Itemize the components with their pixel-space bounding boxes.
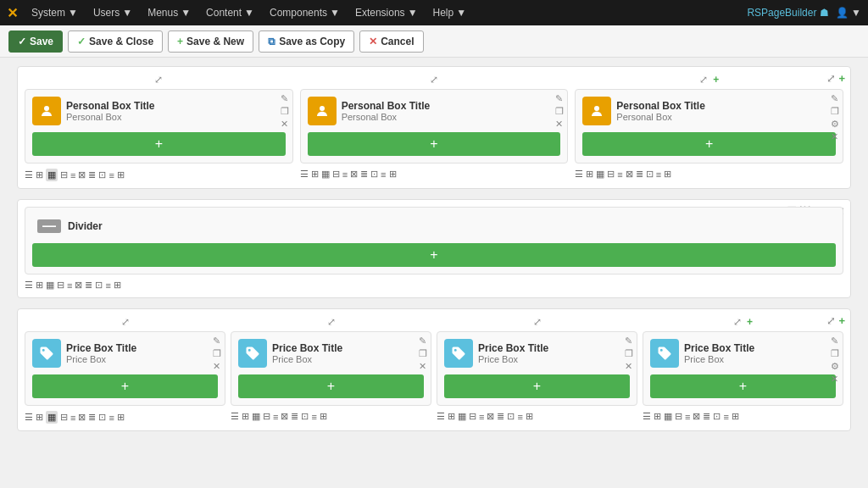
add-button-2[interactable]: + xyxy=(32,243,836,267)
x-icon[interactable]: ✕ xyxy=(213,361,221,372)
price-icon-2 xyxy=(238,339,267,368)
add-button-3-3[interactable]: + xyxy=(444,374,630,398)
personal-box-1-header: Personal Box Title Personal Box xyxy=(32,97,286,125)
joomla-logo: ✕ xyxy=(7,5,18,21)
add-col-icon[interactable]: + xyxy=(838,314,845,327)
divider-item: — Divider xyxy=(32,214,836,238)
col-1-3: ⤢ + ✎ ❐ ⚙ ✕ Personal Bo xyxy=(575,74,843,181)
x-icon[interactable]: ✕ xyxy=(625,361,633,372)
nav-content[interactable]: Content ▼ xyxy=(199,3,261,22)
add-col-icon[interactable]: + xyxy=(838,72,845,85)
gear-icon[interactable]: ⚙ xyxy=(831,361,839,372)
nav-system[interactable]: System ▼ xyxy=(25,3,85,22)
personal-box-1-title: Personal Box Title xyxy=(66,100,154,112)
pencil-icon[interactable]: ✎ xyxy=(831,93,839,104)
x-icon[interactable]: ✕ xyxy=(555,119,564,130)
share-icon[interactable]: ⤢ xyxy=(826,314,836,327)
price-box-2-header: Price Box Title Price Box xyxy=(238,339,424,368)
nav-help[interactable]: Help ▼ xyxy=(426,3,474,22)
cancel-button[interactable]: ✕ Cancel xyxy=(359,30,423,53)
pencil-icon[interactable]: ✎ xyxy=(419,336,427,347)
user-icon[interactable]: 👤 ▼ xyxy=(836,7,861,19)
save-new-button[interactable]: + Save & New xyxy=(168,30,253,53)
price-icon-1 xyxy=(32,339,61,368)
x-icon[interactable]: ✕ xyxy=(831,131,839,142)
share-col-icon[interactable]: ⤢ xyxy=(327,316,336,328)
card-3-actions: ✎ ❐ ⚙ ✕ xyxy=(831,93,839,142)
row-3-actions: ⤢ + xyxy=(826,314,845,327)
copy-icon[interactable]: ❐ xyxy=(625,348,633,359)
share-col-icon[interactable]: ⤢ xyxy=(533,316,542,328)
pencil-icon[interactable]: ✎ xyxy=(213,336,221,347)
price-box-3: ✎ ❐ ✕ Price Box Title Price Box + xyxy=(437,331,637,406)
nav-menus[interactable]: Menus ▼ xyxy=(141,3,198,22)
nav-extensions[interactable]: Extensions ▼ xyxy=(348,3,425,22)
svg-point-1 xyxy=(320,106,325,111)
add-button-1-1[interactable]: + xyxy=(32,132,286,156)
pencil-icon[interactable]: ✎ xyxy=(831,336,839,347)
copy-icon[interactable]: ❐ xyxy=(555,106,564,117)
personal-icon-1 xyxy=(32,97,61,125)
nav-users[interactable]: Users ▼ xyxy=(86,3,139,22)
add-button-3-4[interactable]: + xyxy=(650,374,836,398)
share-icon[interactable]: ⤢ xyxy=(826,72,836,85)
pencil-icon[interactable]: ✎ xyxy=(281,93,289,104)
add-button-3-2[interactable]: + xyxy=(238,374,424,398)
rspagebuilder-label[interactable]: RSPageBuilder ☗ xyxy=(747,7,828,19)
col-1-2: ⤢ ✎ ❐ ✕ Personal Box Title Pers xyxy=(300,74,569,181)
add-col-plus-icon[interactable]: + xyxy=(713,74,719,86)
chevron-down-icon: ▼ xyxy=(456,7,466,19)
add-button-1-3[interactable]: + xyxy=(582,132,836,156)
nav-right: RSPageBuilder ☗ 👤 ▼ xyxy=(747,7,861,19)
copy-icon[interactable]: ❐ xyxy=(419,348,427,359)
save-button[interactable]: ✓ Save xyxy=(8,30,63,53)
personal-box-1: ✎ ❐ ✕ Personal Box Title Personal Box xyxy=(25,89,293,164)
layout-icons-1-3: ☰⊞▦⊟≡⊠≣⊡≡⊞ xyxy=(575,169,843,180)
personal-box-2-sub: Personal Box xyxy=(342,112,430,122)
nav-components[interactable]: Components ▼ xyxy=(263,3,347,22)
personal-box-1-sub: Personal Box xyxy=(66,112,154,122)
price-box-1-header: Price Box Title Price Box xyxy=(32,339,218,368)
share-col-icon[interactable]: ⤢ xyxy=(733,316,742,328)
price-icon-4 xyxy=(650,339,679,368)
col-3-4-top-icons: ⤢ + xyxy=(643,316,843,328)
layout-icons-2: ☰⊞▦⊟≡⊠≣⊡≡⊞ xyxy=(25,280,843,291)
personal-box-2-title: Personal Box Title xyxy=(342,100,430,112)
add-col-plus-icon[interactable]: + xyxy=(747,316,753,328)
save-close-button[interactable]: ✓ Save & Close xyxy=(68,30,163,53)
price-box-2: ✎ ❐ ✕ Price Box Title Price Box + xyxy=(231,331,431,406)
toolbar: ✓ Save ✓ Save & Close + Save & New ⧉ Sav… xyxy=(0,25,868,58)
copy-icon[interactable]: ❐ xyxy=(213,348,221,359)
share-col-icon[interactable]: ⤢ xyxy=(121,316,130,328)
divider-box: — Divider + xyxy=(25,207,843,274)
x-icon[interactable]: ✕ xyxy=(419,361,427,372)
col-3-2-top-icons: ⤢ xyxy=(231,316,431,328)
col-3-3-top-icons: ⤢ xyxy=(437,316,637,328)
add-button-1-2[interactable]: + xyxy=(308,132,561,156)
card-1-actions: ✎ ❐ ✕ xyxy=(281,93,289,130)
share-col-icon[interactable]: ⤢ xyxy=(154,74,163,86)
share-col-icon[interactable]: ⤢ xyxy=(430,74,438,86)
price-card-3-actions: ✎ ❐ ✕ xyxy=(625,336,633,372)
copy-icon[interactable]: ❐ xyxy=(281,106,289,117)
divider-title: Divider xyxy=(68,220,103,232)
add-button-3-1[interactable]: + xyxy=(32,374,218,398)
save-copy-button[interactable]: ⧉ Save as Copy xyxy=(259,30,354,53)
copy-icon[interactable]: ❐ xyxy=(831,348,839,359)
price-box-4-header: Price Box Title Price Box xyxy=(650,339,836,368)
price-box-4-title: Price Box Title xyxy=(684,342,754,354)
copy-icon[interactable]: ❐ xyxy=(831,106,839,117)
price-box-2-title: Price Box Title xyxy=(272,342,342,354)
pencil-icon[interactable]: ✎ xyxy=(555,93,564,104)
layout-icons-1-1: ☰ ⊞ ▦ ⊟ ≡ ⊠ ≣ ⊡ ≡ ⊞ xyxy=(25,169,293,181)
x-icon[interactable]: ✕ xyxy=(281,119,289,130)
x-icon[interactable]: ✕ xyxy=(831,374,839,385)
personal-box-2: ✎ ❐ ✕ Personal Box Title Personal Box xyxy=(300,89,569,164)
gear-icon[interactable]: ⚙ xyxy=(831,119,839,130)
col-1-1: ⤢ ✎ ❐ ✕ Personal Box Title Pers xyxy=(25,74,293,181)
pencil-icon[interactable]: ✎ xyxy=(625,336,633,347)
share-col-icon[interactable]: ⤢ xyxy=(699,74,708,86)
personal-box-3-title: Personal Box Title xyxy=(616,100,704,112)
price-box-2-sub: Price Box xyxy=(272,354,342,364)
main-content: ⤢ + ⤢ ✎ ❐ ✕ xyxy=(0,58,868,488)
